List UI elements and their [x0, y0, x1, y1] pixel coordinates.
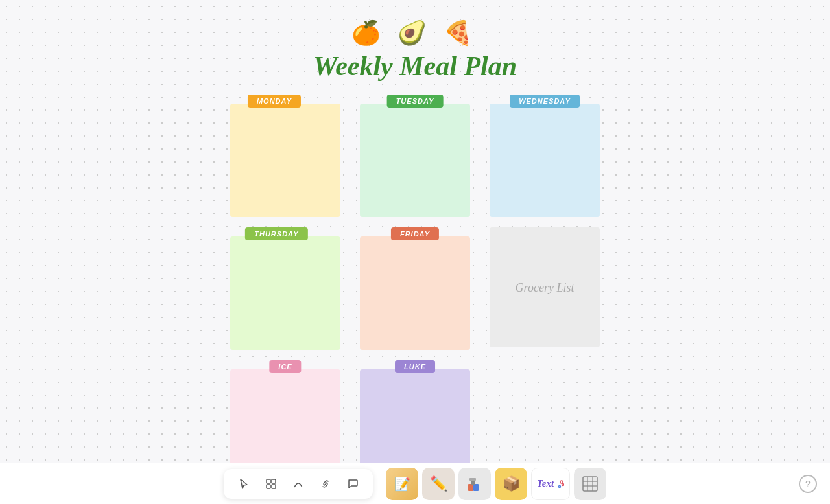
svg-rect-1 [272, 479, 276, 483]
svg-rect-6 [471, 480, 475, 485]
card-wednesday-label: Wednesday [510, 95, 580, 108]
card-ice-body[interactable] [230, 369, 340, 463]
card-friday-label: Friday [391, 227, 439, 240]
help-button[interactable]: ? [799, 475, 817, 493]
card-tuesday[interactable]: Tuesday [360, 95, 470, 214]
svg-rect-0 [267, 479, 270, 483]
card-ice[interactable]: Ice [230, 360, 340, 463]
curve-tool[interactable] [287, 473, 309, 495]
svg-point-9 [562, 483, 564, 485]
card-luke-body[interactable] [360, 369, 470, 463]
svg-rect-11 [583, 477, 597, 491]
text-tool[interactable]: Text [531, 468, 570, 500]
card-ice-label: Ice [269, 360, 301, 373]
paint-tool[interactable] [458, 468, 491, 500]
card-monday-body[interactable] [230, 104, 340, 217]
svg-rect-2 [267, 485, 270, 488]
envelope-tool[interactable]: 📦 [495, 468, 527, 500]
page-header: 🍊 🥑 🍕 Weekly Meal Plan [313, 19, 517, 82]
table-tool[interactable] [574, 468, 606, 500]
toolbar-tools-group [224, 469, 373, 499]
svg-point-8 [560, 481, 563, 483]
svg-point-10 [559, 485, 561, 487]
text-tool-label: Text [537, 478, 554, 489]
main-canvas: 🍊 🥑 🍕 Weekly Meal Plan Monday Tuesday We… [0, 0, 830, 463]
card-monday-label: Monday [248, 95, 301, 108]
card-wednesday-body[interactable] [490, 104, 600, 217]
card-thursday[interactable]: Thursday [230, 227, 340, 347]
card-tuesday-label: Tuesday [387, 95, 444, 108]
select-tool[interactable] [233, 473, 255, 495]
card-friday-body[interactable] [360, 236, 470, 350]
card-tuesday-body[interactable] [360, 104, 470, 217]
grid-tool[interactable] [260, 473, 282, 495]
toolbar: 📝 ✏️ 📦 Text ? [0, 463, 830, 504]
card-thursday-label: Thursday [245, 227, 307, 240]
card-monday[interactable]: Monday [230, 95, 340, 214]
svg-rect-7 [469, 478, 476, 481]
comment-tool[interactable] [342, 473, 364, 495]
card-wednesday[interactable]: Wednesday [490, 95, 600, 214]
card-grocery[interactable]: Grocery List [490, 227, 600, 347]
sticky-note-tool[interactable]: 📝 [386, 468, 418, 500]
card-friday[interactable]: Friday [360, 227, 470, 347]
crayons-tool[interactable]: ✏️ [422, 468, 455, 500]
svg-rect-3 [272, 485, 276, 488]
card-luke-label: Luke [395, 360, 435, 373]
header-emojis: 🍊 🥑 🍕 [351, 19, 478, 47]
link-tool[interactable] [314, 473, 337, 495]
card-luke[interactable]: Luke [360, 360, 470, 463]
page-title: Weekly Meal Plan [313, 51, 517, 82]
card-thursday-body[interactable] [230, 236, 340, 350]
cards-grid: Monday Tuesday Wednesday Thursday Friday… [230, 95, 600, 463]
grocery-list-label: Grocery List [516, 281, 575, 294]
